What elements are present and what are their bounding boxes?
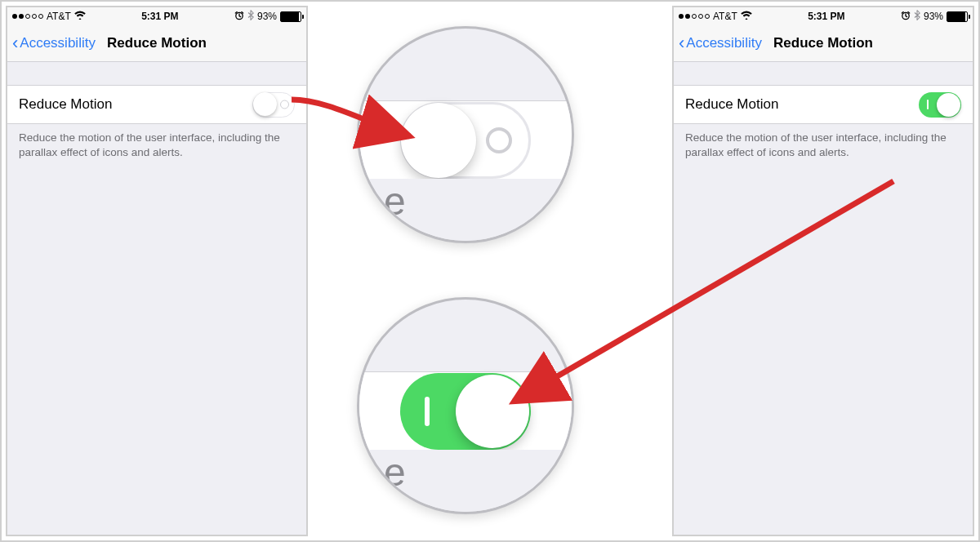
clock-label: 5:31 PM <box>808 11 844 22</box>
setting-footer-text: Reduce the motion of the user interface,… <box>674 124 973 167</box>
bluetooth-icon <box>914 10 920 23</box>
status-bar: AT&T 5:31 PM 93% <box>7 7 306 25</box>
tutorial-canvas: AT&T 5:31 PM 93% ‹ Accessibility <box>0 0 980 542</box>
back-button[interactable]: ‹ Accessibility <box>679 34 762 52</box>
reduce-motion-row: Reduce Motion <box>674 85 973 124</box>
toggle-off-indicator-icon <box>486 127 512 153</box>
back-button[interactable]: ‹ Accessibility <box>12 34 96 52</box>
zoom-callout-off: e <box>357 26 574 243</box>
phone-screenshot-off: AT&T 5:31 PM 93% ‹ Accessibility <box>6 6 308 536</box>
status-left: AT&T <box>12 11 86 22</box>
carrier-label: AT&T <box>47 11 71 22</box>
toggle-on-indicator-icon <box>927 100 929 109</box>
toggle-knob <box>937 93 960 117</box>
reduce-motion-toggle[interactable] <box>252 92 295 118</box>
zoom-crop-text: e <box>359 179 572 243</box>
toggle-knob <box>456 375 529 448</box>
big-toggle-off <box>400 102 531 179</box>
settings-content: Reduce Motion Reduce the motion of the u… <box>674 62 973 167</box>
phone-screenshot-on: AT&T 5:31 PM 93% ‹ Accessibility <box>672 6 974 536</box>
chevron-left-icon: ‹ <box>679 34 684 52</box>
zoom-callout-on: e <box>357 297 574 514</box>
big-toggle-on <box>400 373 531 450</box>
status-right: 93% <box>234 10 301 23</box>
battery-icon <box>280 11 301 22</box>
setting-footer-text: Reduce the motion of the user interface,… <box>7 124 306 167</box>
zoom-row <box>359 371 572 451</box>
zoom-row <box>359 100 572 180</box>
wifi-icon <box>741 11 752 22</box>
clock-label: 5:31 PM <box>141 11 178 22</box>
battery-icon <box>947 11 968 22</box>
toggle-knob <box>401 103 476 178</box>
reduce-motion-label: Reduce Motion <box>685 96 778 113</box>
status-bar: AT&T 5:31 PM 93% <box>674 7 973 25</box>
toggle-knob <box>253 92 277 116</box>
alarm-icon <box>234 11 244 23</box>
settings-content: Reduce Motion Reduce the motion of the u… <box>7 62 306 167</box>
nav-bar: ‹ Accessibility Reduce Motion <box>7 25 306 62</box>
back-label: Accessibility <box>20 35 96 51</box>
carrier-label: AT&T <box>713 11 737 22</box>
reduce-motion-label: Reduce Motion <box>19 96 112 113</box>
alarm-icon <box>901 11 911 23</box>
chevron-left-icon: ‹ <box>12 34 18 52</box>
toggle-off-indicator-icon <box>280 100 289 109</box>
back-label: Accessibility <box>686 35 762 51</box>
reduce-motion-row: Reduce Motion <box>7 85 306 124</box>
signal-dots-icon <box>12 14 43 19</box>
nav-bar: ‹ Accessibility Reduce Motion <box>674 25 973 62</box>
battery-pct-label: 93% <box>924 11 943 22</box>
signal-dots-icon <box>679 14 710 19</box>
status-right: 93% <box>901 10 968 23</box>
bluetooth-icon <box>247 10 254 23</box>
toggle-on-indicator-icon <box>425 397 430 426</box>
reduce-motion-toggle[interactable] <box>919 92 961 118</box>
wifi-icon <box>74 11 86 22</box>
zoom-crop-text: e <box>359 450 572 514</box>
status-left: AT&T <box>679 11 752 22</box>
battery-pct-label: 93% <box>257 11 277 22</box>
